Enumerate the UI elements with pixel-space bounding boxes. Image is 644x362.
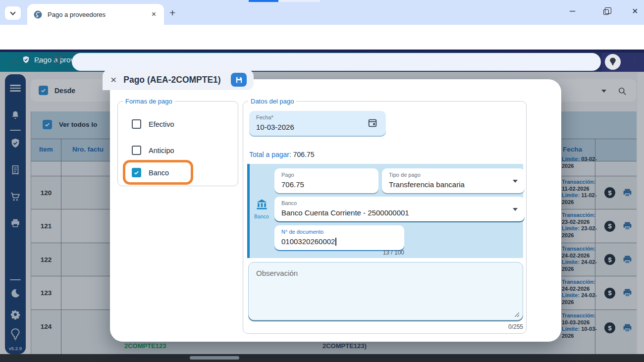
banco-field-value: Banco Cuenta Corriente - 2500000001	[281, 208, 409, 217]
documento-field[interactable]: N° de documento 0100320260002	[274, 225, 404, 250]
payment-modal: Formas de pago Efectivo Anticipo Banco D…	[110, 79, 561, 342]
fecha-value: 10-03-2026	[256, 123, 294, 131]
payment-methods-legend: Formas de pago	[123, 98, 175, 105]
profile-logo-icon	[608, 57, 618, 67]
anticipo-label: Anticipo	[149, 147, 174, 155]
address-bar[interactable]	[72, 53, 601, 71]
documento-counter: 13 / 100	[274, 249, 404, 256]
documento-label: N° de documento	[281, 229, 323, 235]
calendar-icon[interactable]	[367, 117, 378, 128]
pago-value: 706.75	[281, 180, 304, 189]
top-blue-strip	[249, 0, 278, 2]
efectivo-label: Efectivo	[149, 120, 174, 128]
tipo-pago-select[interactable]: Tipo de pago Transferencia bancaria	[382, 168, 525, 193]
site-favicon-icon	[33, 10, 43, 19]
window-restore-button[interactable]	[603, 9, 609, 15]
text-cursor	[335, 238, 336, 246]
option-anticipo[interactable]: Anticipo	[132, 146, 174, 155]
banco-select[interactable]: Banco Banco Cuenta Corriente - 250000000…	[274, 197, 525, 221]
observacion-input[interactable]	[249, 262, 523, 320]
app-header-topline	[0, 50, 644, 52]
screen: Pago a proveedores × + – × ← → ⋮ P	[0, 0, 644, 362]
save-button[interactable]	[231, 73, 247, 87]
total-line: Total a pagar: 706.75	[249, 151, 315, 158]
observacion-field[interactable]	[248, 262, 523, 320]
efectivo-checkbox[interactable]	[132, 119, 141, 129]
total-label: Total a pagar:	[249, 151, 291, 158]
browser-tab[interactable]: Pago a proveedores ×	[27, 4, 164, 25]
modal-title: Pago (AEA-2COMPTE1)	[123, 75, 231, 85]
window-minimize-button[interactable]: –	[570, 5, 575, 16]
chevron-down-icon	[10, 9, 15, 15]
save-floppy-icon	[235, 76, 243, 84]
resize-handle-icon[interactable]	[514, 312, 520, 317]
browser-tab-strip: Pago a proveedores × + – ×	[0, 0, 644, 25]
tab-title: Pago a proveedores	[48, 11, 150, 18]
bank-building-icon	[255, 198, 268, 211]
total-value: 706.75	[293, 151, 315, 158]
observacion-counter: 0/255	[248, 323, 523, 330]
payment-methods-group: Formas de pago Efectivo Anticipo Banco	[117, 101, 238, 186]
tab-close-icon[interactable]: ×	[150, 10, 158, 19]
dropdown-caret-icon	[513, 208, 518, 211]
tab-search-chevron-button[interactable]	[5, 6, 21, 20]
modal-close-icon[interactable]: ×	[107, 74, 119, 86]
reload-icon[interactable]	[53, 54, 62, 64]
bank-payment-block: Pago 706.75 Tipo de pago Transferencia b…	[247, 164, 523, 258]
tipo-pago-label: Tipo de pago	[389, 172, 421, 178]
highlight-annotation	[123, 160, 193, 185]
dropdown-caret-icon	[513, 180, 518, 183]
window-close-button[interactable]: ×	[632, 5, 638, 17]
modal-header-tab: × Pago (AEA-2COMPTE1)	[103, 69, 254, 90]
shield-check-icon	[22, 55, 30, 64]
payment-data-legend: Datos del pago	[248, 98, 296, 105]
forward-icon[interactable]: →	[33, 55, 42, 66]
fecha-label: Fecha*	[256, 114, 273, 120]
anticipo-checkbox[interactable]	[132, 146, 141, 155]
pago-amount-field[interactable]: Pago 706.75	[274, 168, 378, 193]
bank-icon-label: Banco	[251, 213, 272, 219]
browser-toolbar: ← → ⋮	[0, 25, 644, 50]
option-efectivo[interactable]: Efectivo	[132, 119, 174, 129]
top-light-strip	[278, 0, 320, 2]
documento-value: 0100320260002	[281, 237, 336, 246]
bank-icon-group: Banco	[251, 198, 272, 219]
browser-menu-icon[interactable]: ⋮	[630, 54, 639, 65]
pago-label: Pago	[281, 172, 294, 178]
profile-avatar[interactable]	[605, 54, 621, 70]
tipo-pago-value: Transferencia bancaria	[389, 180, 465, 189]
payment-data-group: Datos del pago Fecha* 10-03-2026 Total a…	[243, 101, 527, 334]
new-tab-button[interactable]: +	[169, 7, 175, 19]
banco-field-label: Banco	[281, 200, 297, 206]
fecha-field[interactable]: Fecha* 10-03-2026	[249, 111, 386, 136]
back-icon[interactable]: ←	[12, 55, 21, 66]
